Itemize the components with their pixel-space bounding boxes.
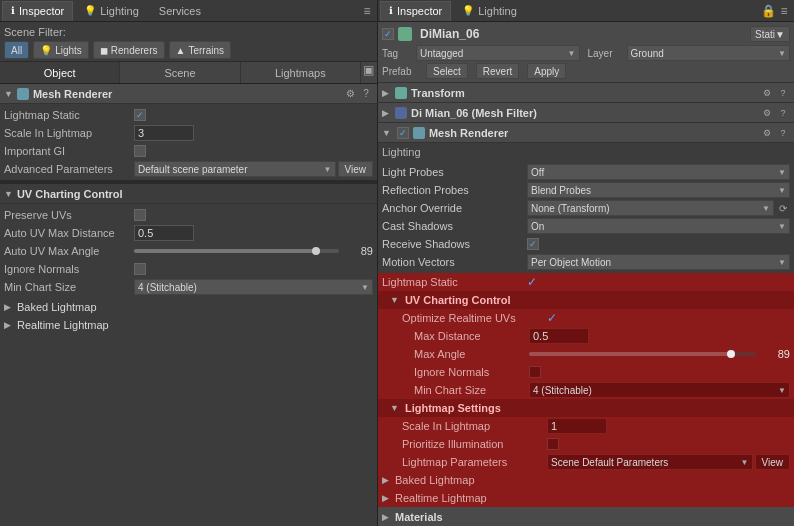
filter-btn-lights[interactable]: 💡 Lights [33, 41, 89, 59]
lightmap-static-left-checkbox[interactable] [134, 109, 146, 121]
mesh-renderer-right-header[interactable]: ▼ Mesh Renderer ⚙ ? [378, 123, 794, 143]
max-distance-input[interactable] [529, 328, 589, 344]
receive-shadows-checkbox[interactable] [527, 238, 539, 250]
prefab-apply-btn[interactable]: Apply [527, 63, 566, 79]
advanced-params-view-btn[interactable]: View [338, 161, 374, 177]
reflection-probes-value: Blend Probes ▼ [527, 182, 790, 198]
tab-lighting-right[interactable]: 💡 Lighting [453, 1, 526, 21]
min-chart-right-dropdown-val: 4 (Stitchable) [533, 385, 592, 396]
motion-vectors-dropdown[interactable]: Per Object Motion ▼ [527, 254, 790, 270]
prefab-select-btn[interactable]: Select [426, 63, 468, 79]
view-tab-lightmaps[interactable]: Lightmaps [241, 62, 361, 83]
light-probes-value: Off ▼ [527, 164, 790, 180]
tab-services-left[interactable]: Services [150, 1, 210, 21]
filter-btn-all[interactable]: All [4, 41, 29, 59]
section-icons-left: ⚙ ? [343, 87, 373, 101]
mesh-filter-help-btn[interactable]: ? [776, 106, 790, 120]
view-tab-lightmaps-label: Lightmaps [275, 67, 326, 79]
right-lock-btn[interactable]: 🔒 [760, 3, 776, 19]
preserve-uvs-left-checkbox[interactable] [134, 209, 146, 221]
prioritize-illumination-checkbox[interactable] [547, 438, 559, 450]
reflection-probes-dropdown[interactable]: Blend Probes ▼ [527, 182, 790, 198]
important-gi-left-row: Important GI [0, 142, 377, 160]
mesh-renderer-right-settings-btn[interactable]: ⚙ [760, 126, 774, 140]
transform-title: Transform [411, 87, 465, 99]
scale-lightmap-left-input[interactable] [134, 125, 194, 141]
tag-dropdown[interactable]: Untagged ▼ [416, 45, 580, 61]
left-panel-menu-btn[interactable]: ≡ [359, 3, 375, 19]
auto-uv-dist-left-input[interactable] [134, 225, 194, 241]
max-angle-slider[interactable] [529, 352, 756, 356]
uv-charting-right-header[interactable]: ▼ UV Charting Control [378, 291, 794, 309]
baked-lightmap-right-row[interactable]: ▶ Baked Lightmap [378, 471, 794, 489]
lightmap-params-dropdown[interactable]: Scene Default Parameters ▼ [547, 454, 753, 470]
max-angle-thumb[interactable] [727, 350, 735, 358]
cast-shadows-value: On ▼ [527, 218, 790, 234]
mesh-filter-settings-btn[interactable]: ⚙ [760, 106, 774, 120]
lightmap-settings-header[interactable]: ▼ Lightmap Settings [378, 399, 794, 417]
obj-active-checkbox[interactable]: ✓ [382, 28, 394, 40]
view-tab-object[interactable]: Object [0, 62, 120, 83]
mesh-renderer-right-help-btn[interactable]: ? [776, 126, 790, 140]
lighting-props: Light Probes Off ▼ Reflection Probes Ble… [378, 161, 794, 273]
min-chart-left-dropdown[interactable]: 4 (Stitchable) ▼ [134, 279, 373, 295]
prefab-revert-btn[interactable]: Revert [476, 63, 519, 79]
tab-lighting-left[interactable]: 💡 Lighting [75, 1, 148, 21]
materials-row[interactable]: ▶ Materials [378, 507, 794, 526]
prioritize-illumination-label: Prioritize Illumination [402, 438, 547, 450]
transform-help-btn[interactable]: ? [776, 86, 790, 100]
scale-lightmap-right-input[interactable] [547, 418, 607, 434]
cast-shadows-dropdown[interactable]: On ▼ [527, 218, 790, 234]
mesh-renderer-right-checkbox[interactable] [397, 127, 409, 139]
min-chart-right-dropdown[interactable]: 4 (Stitchable) ▼ [529, 382, 790, 398]
min-chart-right-label: Min Chart Size [414, 384, 529, 396]
mesh-renderer-help-btn[interactable]: ? [359, 87, 373, 101]
auto-uv-angle-left-label: Auto UV Max Angle [4, 245, 134, 257]
tab-inspector-left[interactable]: ℹ Inspector [2, 1, 73, 21]
view-tabs-btn[interactable]: ▣ [361, 62, 377, 78]
auto-uv-angle-left-slider[interactable] [134, 249, 339, 253]
cast-shadows-label: Cast Shadows [382, 220, 527, 232]
left-tab-bar: ℹ Inspector 💡 Lighting Services ≡ [0, 0, 377, 22]
realtime-lightmap-left-label: Realtime Lightmap [17, 319, 109, 331]
right-scroll-area[interactable]: ✓ DiMian_06 Stati▼ Tag Untagged ▼ Layer … [378, 22, 794, 526]
transform-btns: ⚙ ? [760, 86, 790, 100]
anchor-override-dropdown[interactable]: None (Transform) ▼ [527, 200, 774, 216]
filter-btn-renderers[interactable]: ◼ Renderers [93, 41, 165, 59]
layer-dropdown[interactable]: Ground ▼ [627, 45, 791, 61]
auto-uv-angle-left-thumb[interactable] [312, 247, 320, 255]
advanced-params-left-dropdown[interactable]: Default scene parameter ▼ [134, 161, 336, 177]
mesh-renderer-settings-btn[interactable]: ⚙ [343, 87, 357, 101]
ignore-normals-right-checkbox[interactable] [529, 366, 541, 378]
light-probes-arrow: ▼ [778, 168, 786, 177]
ignore-normals-left-checkbox[interactable] [134, 263, 146, 275]
view-tab-scene[interactable]: Scene [120, 62, 240, 83]
filter-btn-terrains[interactable]: ▲ Terrains [169, 41, 231, 59]
anchor-override-reset-btn[interactable]: ⟳ [776, 201, 790, 215]
realtime-lightmap-left-row[interactable]: ▶ Realtime Lightmap [0, 316, 377, 334]
static-badge[interactable]: Stati▼ [750, 26, 790, 42]
tab-inspector-right[interactable]: ℹ Inspector [380, 1, 451, 21]
baked-lightmap-left-row[interactable]: ▶ Baked Lightmap [0, 298, 377, 316]
anchor-override-value: None (Transform) ▼ ⟳ [527, 200, 790, 216]
ignore-normals-right-label: Ignore Normals [414, 366, 529, 378]
min-chart-right-value: 4 (Stitchable) ▼ [529, 382, 790, 398]
lightmap-params-view-btn[interactable]: View [755, 454, 791, 470]
transform-settings-btn[interactable]: ⚙ [760, 86, 774, 100]
lightmap-params-value: Scene Default Parameters ▼ View [547, 454, 790, 470]
min-chart-right-row: Min Chart Size 4 (Stitchable) ▼ [378, 381, 794, 399]
right-menu-btn[interactable]: ≡ [776, 3, 792, 19]
realtime-lightmap-right-row[interactable]: ▶ Realtime Lightmap [378, 489, 794, 507]
lightmap-static-right-row: Lightmap Static ✓ [378, 273, 794, 291]
filter-bar: Scene Filter: All 💡 Lights ◼ Renderers ▲… [0, 22, 377, 62]
mesh-filter-header[interactable]: ▶ Di Mian_06 (Mesh Filter) ⚙ ? [378, 103, 794, 123]
light-probes-dropdown[interactable]: Off ▼ [527, 164, 790, 180]
uv-charting-left-header[interactable]: ▼ UV Charting Control [0, 184, 377, 204]
mesh-filter-btns: ⚙ ? [760, 106, 790, 120]
baked-lightmap-right-label: Baked Lightmap [395, 474, 475, 486]
left-scroll-area[interactable]: ▼ Mesh Renderer ⚙ ? Lightmap Static Scal… [0, 84, 377, 526]
reflection-probes-row: Reflection Probes Blend Probes ▼ [378, 181, 794, 199]
transform-header[interactable]: ▶ Transform ⚙ ? [378, 83, 794, 103]
mesh-renderer-left-header[interactable]: ▼ Mesh Renderer ⚙ ? [0, 84, 377, 104]
important-gi-left-checkbox[interactable] [134, 145, 146, 157]
